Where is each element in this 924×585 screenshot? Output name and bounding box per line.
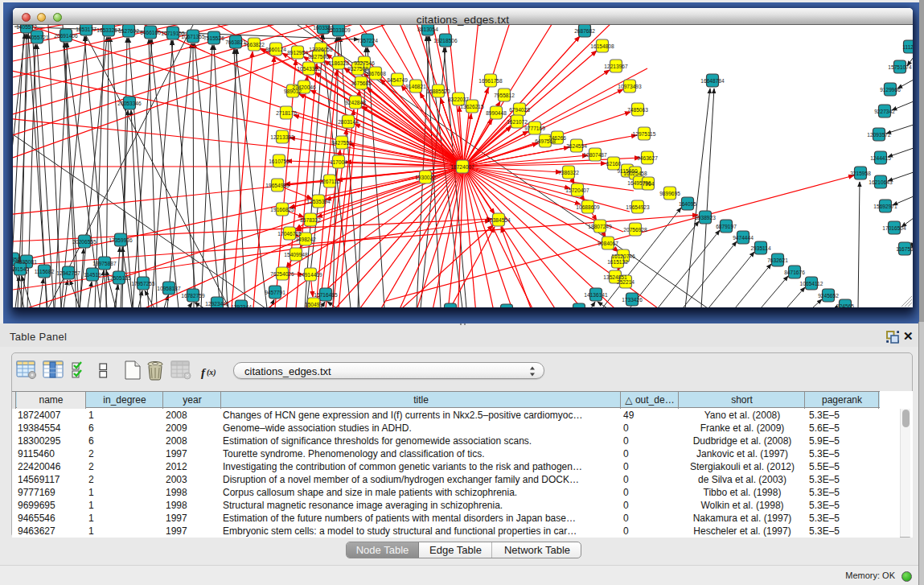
svg-text:14055721: 14055721 [25, 35, 49, 40]
svg-text:391541: 391541 [13, 266, 29, 272]
svg-text:9084067: 9084067 [598, 241, 618, 246]
svg-text:1115682: 1115682 [35, 269, 55, 274]
svg-text:2718176: 2718176 [276, 110, 297, 116]
svg-text:117004: 117004 [330, 159, 347, 165]
svg-text:9327546: 9327546 [354, 60, 375, 66]
svg-text:10543362: 10543362 [297, 66, 321, 72]
svg-text:20053346: 20053346 [117, 101, 142, 106]
svg-text:746266: 746266 [548, 135, 566, 141]
svg-text:9245652: 9245652 [818, 293, 839, 299]
svg-text:7663822: 7663822 [244, 42, 265, 47]
svg-text:15885520: 15885520 [426, 89, 450, 94]
svg-text:15720407: 15720407 [565, 187, 589, 193]
svg-text:(x): (x) [207, 368, 216, 377]
svg-text:12942757: 12942757 [56, 270, 80, 276]
svg-text:17016504: 17016504 [882, 225, 906, 231]
svg-text:20756928: 20756928 [623, 227, 647, 233]
svg-text:1615132: 1615132 [607, 259, 628, 265]
svg-text:16154808: 16154808 [590, 43, 614, 49]
svg-text:19166825: 19166825 [270, 207, 294, 212]
svg-text:1853177: 1853177 [76, 27, 97, 32]
svg-text:19218506: 19218506 [433, 38, 458, 43]
svg-text:19654923: 19654923 [626, 204, 650, 210]
svg-text:8322037: 8322037 [448, 97, 469, 102]
svg-text:8578332: 8578332 [300, 217, 321, 223]
svg-text:16961758: 16961758 [478, 78, 503, 84]
svg-text:16533267: 16533267 [97, 27, 121, 33]
svg-text:1930022: 1930022 [415, 175, 436, 180]
svg-text:6794028: 6794028 [509, 107, 530, 113]
svg-text:7386322: 7386322 [558, 170, 579, 175]
svg-text:17046765: 17046765 [277, 231, 302, 237]
svg-text:2367608: 2367608 [365, 71, 386, 76]
svg-text:989012: 989012 [284, 89, 302, 94]
svg-text:8912954: 8912954 [287, 50, 308, 56]
svg-text:2687682: 2687682 [574, 28, 595, 34]
svg-text:12213967: 12213967 [604, 64, 628, 69]
svg-text:150493: 150493 [305, 302, 322, 307]
svg-text:152423: 152423 [441, 307, 459, 308]
svg-text:3498242: 3498242 [295, 237, 316, 242]
svg-text:1527602: 1527602 [118, 28, 139, 34]
svg-text:6466160: 6466160 [140, 30, 161, 35]
svg-text:19384554: 19384554 [487, 217, 511, 223]
svg-text:7632621: 7632621 [767, 257, 788, 263]
svg-text:252214: 252214 [617, 279, 634, 285]
svg-text:10807487: 10807487 [583, 152, 607, 158]
svg-text:3267110: 3267110 [319, 179, 340, 184]
svg-text:11124: 11124 [902, 44, 913, 50]
svg-text:16782759: 16782759 [181, 293, 205, 299]
svg-text:19654985: 19654985 [265, 183, 290, 188]
svg-text:924565: 924565 [836, 303, 854, 308]
svg-text:8660124: 8660124 [265, 47, 286, 52]
svg-text:114519: 114519 [84, 272, 101, 278]
svg-text:8186328: 8186328 [328, 60, 349, 66]
svg-text:8471676: 8471676 [784, 270, 805, 275]
svg-text:9146821: 9146821 [405, 84, 426, 89]
svg-text:17957255: 17957255 [131, 281, 155, 286]
svg-text:19975887: 19975887 [92, 261, 117, 266]
svg-text:3215958: 3215958 [850, 171, 871, 176]
svg-text:20206555: 20206555 [72, 239, 97, 245]
svg-text:12505185: 12505185 [107, 275, 131, 281]
svg-text:116753: 116753 [896, 246, 913, 252]
svg-text:9457791: 9457791 [265, 290, 285, 295]
svg-text:18807249: 18807249 [588, 224, 612, 229]
svg-text:9227342: 9227342 [874, 109, 895, 114]
svg-text:10671355: 10671355 [181, 34, 205, 39]
svg-text:1621072: 1621072 [507, 119, 528, 125]
svg-text:9474444: 9474444 [733, 235, 754, 241]
svg-text:8990448: 8990448 [486, 110, 507, 116]
svg-text:15409948: 15409948 [284, 252, 308, 257]
svg-text:12093572: 12093572 [867, 132, 891, 138]
svg-text:16648784: 16648784 [700, 78, 725, 84]
svg-text:7515526: 7515526 [203, 35, 224, 41]
svg-text:14914469: 14914469 [298, 272, 322, 278]
svg-text:2803144: 2803144 [338, 119, 359, 125]
svg-text:8427552: 8427552 [331, 140, 352, 146]
svg-text:1292344: 1292344 [231, 304, 252, 308]
svg-text:12923448: 12923448 [205, 301, 229, 307]
svg-text:10654112: 10654112 [800, 281, 823, 286]
svg-text:20691406: 20691406 [54, 33, 78, 39]
svg-text:1244415: 1244415 [870, 155, 891, 161]
svg-text:9327506: 9327506 [308, 54, 329, 60]
svg-text:164095: 164095 [679, 201, 696, 207]
svg-text:1733426: 1733426 [622, 297, 643, 303]
svg-text:9777169: 9777169 [524, 126, 545, 131]
svg-text:18724007: 18724007 [450, 164, 474, 170]
svg-text:12975115: 12975115 [633, 131, 656, 137]
svg-text:947577: 947577 [570, 307, 588, 308]
svg-text:9899695: 9899695 [659, 191, 680, 196]
svg-text:16033809: 16033809 [326, 27, 351, 33]
svg-text:7485063: 7485063 [627, 107, 648, 113]
svg-text:8813054: 8813054 [417, 27, 438, 32]
svg-text:13626215: 13626215 [460, 104, 484, 109]
svg-text:10688609: 10688609 [576, 204, 600, 210]
svg-text:12213383: 12213383 [270, 134, 294, 140]
svg-text:4835081: 4835081 [16, 259, 37, 265]
svg-text:16210643: 16210643 [869, 179, 893, 185]
svg-text:10973493: 10973493 [618, 84, 642, 89]
svg-text:13226058: 13226058 [309, 47, 333, 52]
svg-text:14136141: 14136141 [584, 292, 608, 298]
